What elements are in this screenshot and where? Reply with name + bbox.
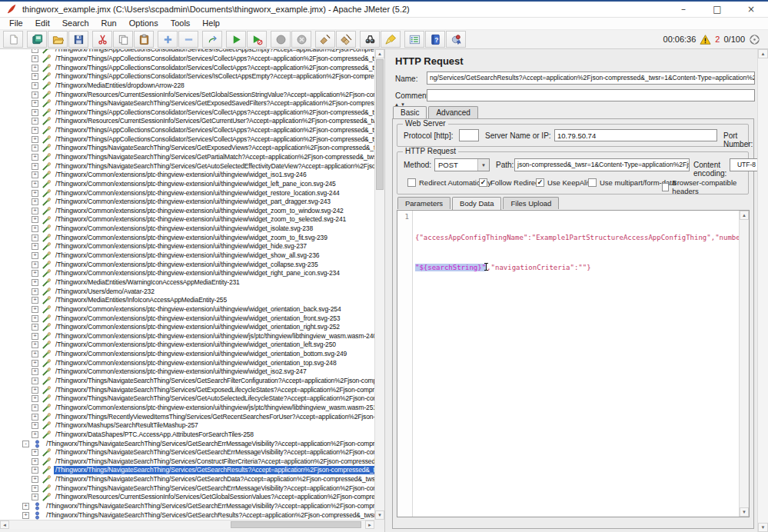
shutdown-button[interactable] (291, 31, 311, 48)
menu-edit[interactable]: Edit (29, 18, 56, 29)
scroll-down-icon[interactable]: ▼ (740, 507, 749, 517)
minimize-button[interactable]: – (667, 2, 700, 17)
expand-toggle-icon[interactable]: + (32, 431, 38, 438)
expand-toggle-icon[interactable]: + (32, 208, 38, 214)
checkbox-use-keepalive[interactable]: ✓Use KeepAlive (536, 178, 595, 187)
tree-item[interactable]: +/Thingworx/Things/NavigateSearchThing/S… (0, 484, 374, 493)
expand-toggle-icon[interactable]: + (32, 476, 38, 483)
expand-toggle-icon[interactable]: + (22, 512, 29, 519)
tree-item[interactable]: +/Thingworx/Things/AppCollectionsConsoli… (0, 126, 374, 135)
menu-file[interactable]: File (3, 18, 29, 29)
tree-item[interactable]: +/Thingworx/Things/NavigateSearchThing/S… (0, 466, 374, 475)
expand-toggle-icon[interactable]: + (32, 109, 38, 116)
server-input[interactable]: 10.79.50.74 (554, 129, 717, 141)
expand-toggle-icon[interactable]: + (32, 136, 38, 143)
remote-start-icon[interactable] (749, 34, 760, 45)
expand-toggle-icon[interactable]: + (32, 127, 38, 134)
expand-toggle-icon[interactable]: + (32, 73, 38, 80)
tree-item[interactable]: +/Thingworx/Things/NavigateSearchThing/S… (0, 144, 374, 153)
expand-toggle-icon[interactable]: + (32, 467, 38, 474)
tab-body-data[interactable]: Body Data (452, 197, 501, 210)
tree-item[interactable]: +/Thingworx/Things/AppCollectionsConsoli… (0, 63, 374, 72)
start-no-pauses-button[interactable] (247, 31, 267, 48)
add-button[interactable] (158, 31, 178, 48)
tree-item[interactable]: +/Thingworx/Common/extensions/ptc-thingv… (0, 260, 374, 269)
dropdown-arrow-icon[interactable]: ▼ (477, 159, 489, 171)
tree-item[interactable]: +/Thingworx/MediaEntities/dropdownArrow-… (0, 81, 374, 91)
expand-toggle-icon[interactable]: + (32, 198, 38, 205)
tree-item[interactable]: +/Thingworx/Mashups/SearchResultTileMash… (0, 421, 374, 431)
tree-item[interactable]: +/Thingworx/Things/NavigateSearchThing/S… (0, 475, 374, 484)
expand-toggle-icon[interactable]: + (32, 377, 38, 384)
tree-item[interactable]: +/Thingworx/Common/extensions/ptc-thingv… (0, 180, 374, 189)
tree-item[interactable]: +/Thingworx/Things/AppCollectionsConsoli… (0, 135, 374, 144)
expand-toggle-icon[interactable]: + (32, 387, 38, 394)
tree-item[interactable]: +/Thingworx/Things/NavigateSearchThing/S… (0, 161, 374, 171)
tree-item[interactable]: +/Thingworx/Common/extensions/ptc-thingv… (0, 171, 374, 180)
tree-item[interactable]: +/Thingworx/Common/extensions/ptc-thingv… (0, 198, 374, 207)
expand-toggle-icon[interactable]: + (32, 351, 38, 357)
start-button[interactable] (226, 31, 246, 48)
expand-toggle-icon[interactable]: + (32, 154, 38, 161)
expand-toggle-icon[interactable]: + (32, 485, 38, 492)
clear-search-button[interactable] (381, 31, 401, 48)
checked-checkbox-icon[interactable]: ✓ (536, 178, 544, 187)
expand-toggle-icon[interactable]: + (32, 360, 38, 367)
expand-toggle-icon[interactable]: + (32, 252, 38, 259)
tree-item[interactable]: +/Thingworx/Things/AppCollectionsConsoli… (0, 72, 374, 81)
tree-item[interactable]: +/Thingworx/Common/extensions/ptc-thingv… (0, 224, 374, 234)
tab-files-upload[interactable]: Files Upload (503, 197, 559, 209)
tree-item[interactable]: +/Thingworx/Common/extensions/ptc-thingv… (0, 332, 374, 341)
body-data-text[interactable]: {"accessAppConfigThingName":"Example1Par… (414, 211, 739, 517)
unchecked-checkbox-icon[interactable] (588, 178, 597, 187)
tree-item[interactable]: +/Thingworx/Common/extensions/ptc-thingv… (0, 305, 374, 314)
expand-toggle-icon[interactable]: + (32, 279, 38, 286)
tree-item[interactable]: +/Thingworx/Common/extensions/ptc-thingv… (0, 350, 374, 359)
expand-toggle-icon[interactable]: + (32, 216, 38, 223)
tab-parameters[interactable]: Parameters (397, 197, 450, 209)
expand-toggle-icon[interactable]: + (32, 368, 38, 375)
expand-toggle-icon[interactable]: + (32, 458, 38, 465)
tree-vscroll-thumb[interactable] (376, 59, 384, 190)
expand-toggle-icon[interactable]: + (32, 163, 38, 170)
maximize-button[interactable]: □ (700, 2, 734, 17)
tree-item[interactable]: +/Thingworx/Common/extensions/ptc-thingv… (0, 207, 374, 216)
expand-toggle-icon[interactable]: + (32, 225, 38, 232)
collapse-toggle-icon[interactable]: - (22, 441, 29, 447)
expand-toggle-icon[interactable]: + (32, 395, 38, 402)
comments-input[interactable] (427, 89, 755, 101)
expand-toggle-icon[interactable]: + (32, 91, 38, 98)
expand-toggle-icon[interactable]: + (32, 65, 38, 71)
tree-item[interactable]: +/Thingworx/Users/demo/Avatar-232 (0, 287, 374, 296)
expand-toggle-icon[interactable]: + (32, 333, 38, 340)
tree-item[interactable]: +/Thingworx/Things/NavigateSearchThing/S… (0, 510, 374, 520)
checkbox-follow-redirects[interactable]: ✓Follow Redirects (479, 178, 544, 187)
method-select[interactable]: POST ▼ (434, 158, 490, 171)
undo-redo-button[interactable] (202, 31, 222, 48)
unchecked-checkbox-icon[interactable] (662, 183, 669, 191)
tree-item[interactable]: -/Thingworx/Things/NavigateSearchThing/S… (0, 439, 374, 448)
unchecked-checkbox-icon[interactable] (407, 178, 416, 187)
tab-basic[interactable]: Basic (393, 106, 427, 119)
editor-vertical-scrollbar[interactable]: ▲ ▼ (739, 211, 749, 517)
expand-toggle-icon[interactable]: + (32, 261, 38, 268)
tree-item[interactable]: +/Thingworx/Common/extensions/ptc-thingv… (0, 341, 374, 350)
expand-toggle-icon[interactable]: + (32, 324, 38, 331)
tree-item[interactable]: +/Thingworx/Things/NavigateSearchThing/S… (0, 502, 374, 511)
expand-toggle-icon[interactable]: + (32, 190, 38, 197)
new-file-button[interactable] (3, 31, 23, 48)
expand-toggle-icon[interactable]: + (32, 118, 38, 125)
tree-item[interactable]: +/Thingworx/Common/extensions/ptc-thingv… (0, 269, 374, 278)
tree-item[interactable]: +/Thingworx/Resources/CurrentSessionInfo… (0, 493, 374, 502)
function-helper-button[interactable] (404, 31, 424, 48)
expand-toggle-icon[interactable]: + (32, 422, 38, 429)
templates-button[interactable] (27, 31, 47, 48)
expand-toggle-icon[interactable]: + (32, 49, 38, 53)
expand-toggle-icon[interactable]: + (32, 449, 38, 456)
warning-icon[interactable] (700, 34, 711, 45)
save-button[interactable] (68, 31, 88, 48)
expand-toggle-icon[interactable]: + (32, 297, 38, 304)
panel-vertical-scrollbar[interactable]: ▲ ▼ (757, 49, 768, 532)
menu-options[interactable]: Options (123, 18, 165, 29)
expand-toggle-icon[interactable]: + (32, 234, 38, 241)
